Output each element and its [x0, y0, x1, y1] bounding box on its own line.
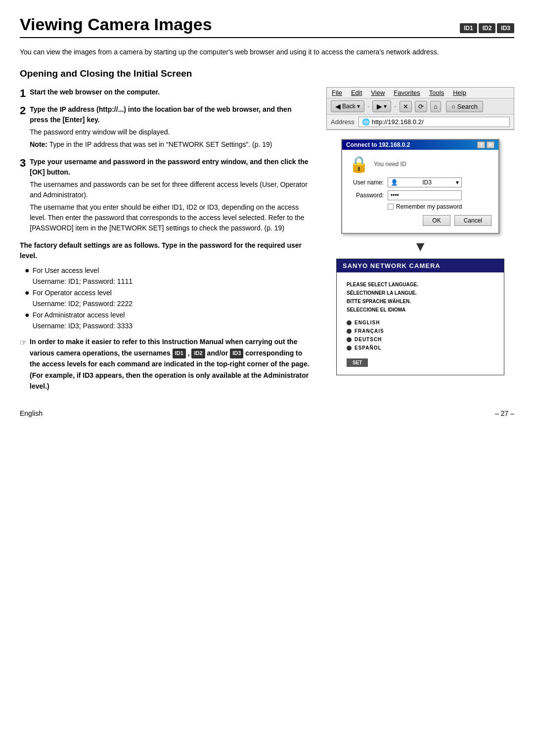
menu-help[interactable]: Help [453, 89, 466, 96]
menu-favorites[interactable]: Favorites [394, 89, 420, 96]
bullet-dot-1: ● [25, 265, 30, 276]
refresh-button[interactable]: ⟳ [415, 101, 427, 112]
bullet-list: ● For User access level Username: ID1; P… [25, 265, 312, 331]
list-item: ● For Administrator access level Usernam… [25, 310, 312, 332]
finger-note-text: In order to make it easier to refer to t… [30, 336, 312, 392]
menu-view[interactable]: View [371, 89, 385, 96]
home-button[interactable]: ⌂ [430, 101, 441, 112]
finger-icon: ☞ [20, 336, 27, 392]
id-badges-container: ID1 ID2 ID3 [460, 23, 514, 33]
menu-edit[interactable]: Edit [351, 89, 362, 96]
step-2-normal: The password entry window will be displa… [30, 127, 312, 137]
intro-text: You can view the images from a camera by… [20, 47, 514, 57]
camera-panel-body: PLEASE SELECT LANGUAGE. SÉLECTIONNER LA … [337, 272, 504, 375]
bullet-line2-3: Username: ID3; Password: 3333 [33, 320, 133, 331]
dialog-you-need: You need ID [374, 161, 406, 168]
password-input[interactable]: •••• [388, 190, 462, 200]
password-label: Password: [349, 192, 384, 199]
step-2: 2 Type the IP address (http://...) into … [20, 104, 312, 150]
camera-panel: SANYO NETWORK CAMERA PLEASE SELECT LANGU… [336, 259, 504, 375]
finger-note-bold: In order to make it easier to refer to t… [30, 338, 310, 390]
back-label: Back [342, 103, 356, 110]
step-2-note: Note: Type in the IP address that was se… [30, 139, 312, 150]
forward-arrow-icon: ▶ [377, 102, 382, 110]
ok-button[interactable]: OK [423, 215, 450, 226]
bullet-line1-3: For Administrator access level [33, 310, 133, 320]
lang-option-francais: FRANÇAIS [347, 328, 494, 334]
set-button[interactable]: SET [347, 358, 368, 367]
dialog-title: Connect to 192.168.0.2 [346, 141, 410, 148]
step-1-bold: Start the web browser on the computer. [30, 88, 160, 96]
username-input[interactable]: 👤 ID3 ▾ [388, 178, 462, 187]
bullet-line1-1: For User access level [33, 265, 133, 276]
step-1-number: 1 [20, 87, 26, 100]
footer-page-num: – 27 – [495, 409, 514, 417]
search-button[interactable]: ○ Search [446, 101, 483, 112]
note-prefix: Note: [30, 140, 47, 148]
bullet-dot-2: ● [25, 287, 30, 298]
remember-checkbox[interactable] [388, 204, 394, 210]
finger-note: ☞ In order to make it easier to refer to… [20, 336, 312, 392]
menu-file[interactable]: File [332, 89, 342, 96]
password-row: Password: •••• [349, 190, 491, 200]
address-field-icon: 🌐 [362, 118, 370, 126]
bullet-content-1: For User access level Username: ID1; Pas… [33, 265, 133, 287]
step-3-content: Type your username and password in the p… [30, 157, 312, 233]
main-content: 1 Start the web browser on the computer.… [20, 87, 514, 392]
step-1-content: Start the web browser on the computer. [30, 87, 312, 97]
username-input-icon: 👤 [391, 179, 398, 186]
forward-button[interactable]: ▶ ▾ [372, 100, 391, 112]
arrow-down-icon: ▼ [413, 239, 427, 255]
step-3: 3 Type your username and password in the… [20, 157, 312, 233]
badge-id3: ID3 [497, 23, 514, 33]
bullet-content-2: For Operator access level Username: ID2;… [33, 287, 133, 310]
arrow-down-wrapper: ▼ [326, 239, 514, 255]
step-2-number: 2 [20, 104, 26, 117]
factory-heading: The factory default settings are as foll… [20, 240, 312, 261]
bullet-line2-2: Username: ID2; Password: 2222 [33, 298, 133, 309]
bullet-line1-2: For Operator access level [33, 287, 133, 298]
dialog-help-btn[interactable]: ? [477, 141, 485, 148]
step-3-number: 3 [20, 157, 26, 170]
badge-id2: ID2 [479, 23, 496, 33]
back-dropdown-icon: ▾ [357, 103, 360, 110]
lang-option-deutsch: DEUTSCH [347, 337, 494, 342]
bullet-content-3: For Administrator access level Username:… [33, 310, 133, 332]
back-button[interactable]: ◀ Back ▾ [331, 100, 364, 112]
address-label: Address [331, 118, 355, 126]
step-3-bold: Type your username and password in the p… [30, 157, 312, 178]
step-3-para1: The usernames and passwords can be set f… [30, 179, 312, 200]
list-item: ● For Operator access level Username: ID… [25, 287, 312, 310]
page-footer: English – 27 – [20, 406, 514, 417]
username-dropdown-icon: ▾ [456, 179, 459, 186]
dialog-close-btn[interactable]: ✕ [487, 141, 494, 148]
step-2-bold: Type the IP address (http://...) into th… [30, 104, 312, 125]
address-bar: Address 🌐 http://192.168.0.2/ [327, 115, 514, 130]
separator-1: - [367, 102, 370, 110]
login-dialog: Connect to 192.168.0.2 ? ✕ 🔒 You need ID… [341, 139, 499, 234]
username-value: ID3 [422, 179, 432, 186]
menu-tools[interactable]: Tools [429, 89, 444, 96]
section-heading: Opening and Closing the Initial Screen [20, 68, 514, 79]
lang-option-english: ENGLISH [347, 320, 494, 325]
right-column: File Edit View Favorites Tools Help ◀ Ba… [326, 87, 514, 392]
cancel-button[interactable]: Cancel [454, 215, 491, 226]
search-circle-icon: ○ [451, 103, 455, 110]
address-value: http://192.168.0.2/ [372, 118, 424, 126]
stop-button[interactable]: ✕ [400, 101, 412, 112]
lang-option-espanol: ESPAÑOL [347, 345, 494, 351]
address-field[interactable]: 🌐 http://192.168.0.2/ [358, 117, 510, 127]
step-2-content: Type the IP address (http://...) into th… [30, 104, 312, 150]
page-header: Viewing Camera Images ID1 ID2 ID3 [20, 15, 514, 38]
radio-dot-francais [347, 329, 352, 334]
camera-panel-header: SANYO NETWORK CAMERA [337, 259, 504, 272]
password-value: •••• [391, 192, 399, 199]
step-1: 1 Start the web browser on the computer. [20, 87, 312, 97]
username-row: User name: 👤 ID3 ▾ [349, 178, 491, 187]
note-body: Type in the IP address that was set in “… [47, 140, 272, 148]
bullet-dot-3: ● [25, 310, 30, 320]
remember-row: Remember my password [388, 203, 491, 210]
lang-label-francais: FRANÇAIS [355, 328, 384, 334]
footer-language: English [20, 409, 43, 417]
inline-badge-id2: ID2 [191, 349, 205, 358]
